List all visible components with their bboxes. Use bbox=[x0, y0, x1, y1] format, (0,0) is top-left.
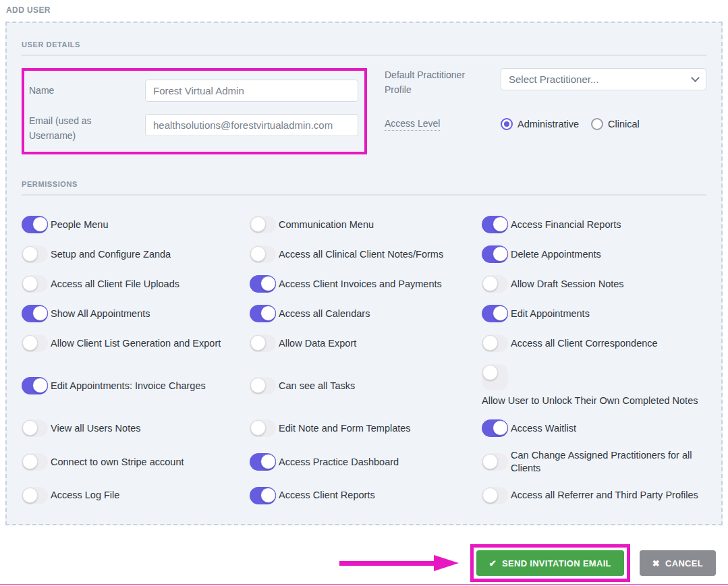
permission-row: Access all Referrer and Third Party Prof… bbox=[482, 487, 706, 504]
toggle-knob bbox=[260, 305, 276, 321]
permission-label: Access Client Invoices and Payments bbox=[279, 278, 442, 291]
toggle-switch[interactable] bbox=[22, 334, 48, 352]
toggle-switch[interactable] bbox=[482, 419, 508, 437]
practitioner-select[interactable]: Select Practitioner... bbox=[501, 68, 706, 90]
toggle-knob bbox=[250, 378, 266, 393]
access-level-label: Access Level bbox=[385, 117, 501, 131]
name-field-row: Name bbox=[29, 80, 358, 102]
permission-label: Communication Menu bbox=[279, 218, 374, 231]
x-icon: ✖ bbox=[652, 558, 660, 568]
name-input[interactable] bbox=[145, 80, 358, 102]
permission-row: Allow Client List Generation and Export bbox=[22, 334, 250, 352]
radio-icon[interactable] bbox=[501, 118, 513, 130]
toggle-switch[interactable] bbox=[22, 275, 48, 293]
permission-row: Delete Appointments bbox=[482, 245, 706, 263]
toggle-switch[interactable] bbox=[482, 216, 508, 233]
toggle-switch[interactable] bbox=[22, 487, 48, 504]
toggle-knob bbox=[493, 305, 508, 321]
toggle-knob bbox=[32, 216, 48, 232]
toggle-switch[interactable] bbox=[482, 334, 508, 352]
permission-row: Can see all Tasks bbox=[250, 364, 482, 407]
permission-row: Access Practice Dashboard bbox=[250, 449, 482, 475]
toggle-switch[interactable] bbox=[250, 334, 276, 352]
toggle-switch[interactable] bbox=[482, 487, 508, 504]
permission-label: Setup and Configure Zanda bbox=[51, 248, 171, 261]
permission-label: Connect to own Stripe account bbox=[51, 456, 184, 469]
name-label: Name bbox=[29, 84, 145, 98]
permission-row: Access all Client File Uploads bbox=[22, 275, 250, 293]
name-email-highlight-box: Name Email (used as Username) bbox=[22, 68, 367, 154]
email-input[interactable] bbox=[145, 114, 358, 136]
permission-label: View all Users Notes bbox=[51, 422, 141, 435]
permission-row: Access all Calendars bbox=[250, 305, 482, 322]
permission-label: Can see all Tasks bbox=[279, 380, 355, 392]
user-details-section-title: USER DETAILS bbox=[22, 40, 706, 49]
toggle-switch[interactable] bbox=[22, 305, 48, 322]
toggle-knob bbox=[250, 246, 266, 262]
toggle-switch[interactable] bbox=[250, 453, 276, 471]
permission-label: Edit Appointments: Invoice Charges bbox=[51, 380, 206, 392]
permission-row: Edit Appointments: Invoice Charges bbox=[22, 364, 250, 407]
toggle-switch[interactable] bbox=[250, 305, 276, 322]
toggle-switch[interactable] bbox=[250, 419, 276, 437]
permission-label: Delete Appointments bbox=[511, 248, 601, 261]
permission-label: Show All Appointments bbox=[51, 307, 150, 320]
bottom-divider-line bbox=[0, 584, 728, 585]
permission-label: Edit Note and Form Templates bbox=[279, 422, 411, 435]
toggle-knob bbox=[22, 276, 38, 291]
toggle-switch[interactable] bbox=[22, 377, 48, 394]
toggle-knob bbox=[260, 276, 276, 291]
toggle-knob bbox=[250, 335, 266, 351]
permission-label: People Menu bbox=[51, 218, 108, 231]
toggle-switch[interactable] bbox=[22, 453, 48, 471]
toggle-knob bbox=[22, 488, 38, 503]
permission-row: Allow User to Unlock Their Own Completed… bbox=[482, 364, 706, 407]
permission-label: Can Change Assigned Practitioners for al… bbox=[511, 449, 706, 475]
toggle-knob bbox=[482, 276, 498, 291]
toggle-switch[interactable] bbox=[482, 275, 508, 293]
user-details-grid: Name Email (used as Username) Default Pr… bbox=[22, 68, 706, 154]
permission-label: Access Financial Reports bbox=[511, 218, 621, 231]
add-user-panel: USER DETAILS Name Email (used as Usernam… bbox=[5, 22, 723, 525]
access-level-field-row: Access Level AdministrativeClinical bbox=[385, 117, 706, 131]
send-invitation-email-button[interactable]: ✔ SEND INVITATION EMAIL bbox=[476, 550, 624, 576]
toggle-switch[interactable] bbox=[250, 216, 276, 233]
toggle-switch[interactable] bbox=[482, 364, 508, 390]
toggle-knob bbox=[493, 420, 508, 436]
toggle-switch[interactable] bbox=[22, 419, 48, 437]
permission-label: Access Practice Dashboard bbox=[279, 456, 399, 469]
toggle-switch[interactable] bbox=[482, 245, 508, 263]
permission-label: Access Log File bbox=[51, 489, 119, 502]
cancel-button-label: CANCEL bbox=[665, 558, 703, 568]
permission-row: Setup and Configure Zanda bbox=[22, 245, 250, 263]
checkmark-icon: ✔ bbox=[489, 558, 497, 568]
toggle-switch[interactable] bbox=[482, 453, 508, 471]
permission-label: Access all Client File Uploads bbox=[51, 278, 179, 291]
section-divider bbox=[22, 194, 706, 196]
permission-row: Access Financial Reports bbox=[482, 216, 706, 233]
send-button-label: SEND INVITATION EMAIL bbox=[502, 558, 611, 568]
toggle-switch[interactable] bbox=[22, 245, 48, 263]
toggle-switch[interactable] bbox=[482, 305, 508, 322]
permission-row: View all Users Notes bbox=[22, 419, 250, 437]
toggle-switch[interactable] bbox=[250, 275, 276, 293]
toggle-knob bbox=[482, 365, 498, 380]
cancel-button[interactable]: ✖ CANCEL bbox=[640, 550, 716, 576]
permissions-section-title: PERMISSIONS bbox=[22, 180, 706, 188]
permission-label: Access all Clinical Client Notes/Forms bbox=[279, 248, 443, 261]
toggle-switch[interactable] bbox=[250, 377, 276, 394]
permission-row: Connect to own Stripe account bbox=[22, 449, 250, 475]
toggle-switch[interactable] bbox=[250, 245, 276, 263]
toggle-switch[interactable] bbox=[22, 216, 48, 233]
page-title: ADD USER bbox=[0, 0, 728, 15]
permission-label: Edit Appointments bbox=[511, 307, 590, 320]
radio-icon[interactable] bbox=[591, 118, 603, 130]
toggle-knob bbox=[482, 335, 498, 351]
permission-label: Access Waitlist bbox=[511, 422, 576, 435]
toggle-switch[interactable] bbox=[250, 487, 276, 504]
permission-row: Can Change Assigned Practitioners for al… bbox=[482, 449, 706, 475]
toggle-knob bbox=[482, 488, 498, 503]
access-level-radio-clinical[interactable]: Clinical bbox=[591, 118, 640, 130]
access-level-radio-administrative[interactable]: Administrative bbox=[501, 118, 579, 130]
permission-row: Show All Appointments bbox=[22, 305, 250, 322]
